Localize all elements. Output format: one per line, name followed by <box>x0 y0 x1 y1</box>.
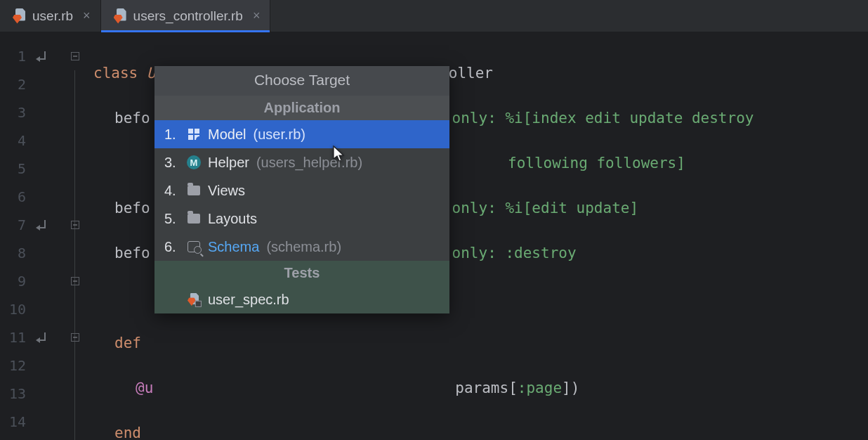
code-text: ]) <box>562 380 579 396</box>
line-number: 3 <box>18 98 26 127</box>
popup-item-label: Model <box>208 127 246 143</box>
popup-item-label: Schema <box>208 239 259 255</box>
popup-section-application: Application <box>154 96 449 120</box>
popup-item-hint: (users_helper.rb) <box>256 155 362 171</box>
popup-title: Choose Target <box>154 66 449 96</box>
folder-icon <box>187 212 201 226</box>
ruby-file-icon <box>188 293 200 306</box>
tab-label: users_controller.rb <box>133 8 243 24</box>
fold-toggle[interactable] <box>71 277 79 285</box>
fold-column <box>67 32 84 440</box>
ruby-file-icon <box>13 8 27 24</box>
editor-tabs: user.rb × users_controller.rb × <box>0 0 868 32</box>
line-number: 12 <box>9 351 26 380</box>
ivar: @u <box>136 380 153 396</box>
keyword: class <box>93 65 138 82</box>
tab-user-rb[interactable]: user.rb × <box>0 0 101 32</box>
popup-item-number: 1. <box>164 127 180 143</box>
popup-item-number: 6. <box>164 239 180 255</box>
folder-icon <box>187 183 201 198</box>
line-number: 4 <box>18 127 26 155</box>
tab-users-controller-rb[interactable]: users_controller.rb × <box>101 0 271 32</box>
line-number: 10 <box>9 295 26 323</box>
line-number: 14 <box>9 408 26 436</box>
goto-related-icon[interactable] <box>36 50 48 63</box>
choose-target-popup: Choose Target Application 1. Model (user… <box>154 66 449 313</box>
close-icon[interactable]: × <box>83 8 91 23</box>
symbol-array: %i[edit update] <box>505 200 638 216</box>
symbol: :destroy <box>505 245 576 261</box>
popup-item-label: user_spec.rb <box>208 292 289 308</box>
code-text: params[ <box>455 380 518 396</box>
symbol: only: <box>452 110 506 127</box>
line-number: 9 <box>18 267 26 295</box>
ruby-file-icon <box>114 8 128 24</box>
popup-item-label: Views <box>208 183 245 199</box>
popup-item-layouts[interactable]: 5. Layouts <box>154 205 449 233</box>
line-number: 5 <box>18 155 26 183</box>
line-number: 13 <box>9 380 26 408</box>
code-text: befo <box>114 245 150 261</box>
symbol-array: %i[index edit update destroy <box>505 110 754 127</box>
popup-item-user-spec[interactable]: user_spec.rb <box>154 285 449 313</box>
symbol: :page <box>518 380 562 396</box>
popup-section-tests: Tests <box>154 261 449 285</box>
line-number: 11 <box>9 323 26 351</box>
line-number: 1 <box>18 42 26 70</box>
fold-toggle[interactable] <box>71 52 79 60</box>
tab-label: user.rb <box>32 8 73 24</box>
close-icon[interactable]: × <box>253 8 261 23</box>
popup-item-number: 5. <box>164 211 180 227</box>
popup-item-views[interactable]: 4. Views <box>154 176 449 205</box>
popup-item-helper[interactable]: 3. M Helper (users_helper.rb) <box>154 148 449 176</box>
popup-item-schema[interactable]: 6. Schema (schema.rb) <box>154 233 449 261</box>
popup-item-number: 4. <box>164 183 180 199</box>
code-text: befo <box>114 200 150 216</box>
line-number: 8 <box>18 239 26 267</box>
helper-icon: M <box>187 155 201 169</box>
popup-item-number: 3. <box>164 155 180 171</box>
keyword: end <box>114 425 141 440</box>
goto-related-icon[interactable] <box>36 331 48 344</box>
line-number: 2 <box>18 70 26 98</box>
symbol: only: <box>452 200 506 216</box>
line-number: 7 <box>18 211 26 239</box>
popup-item-hint: (schema.rb) <box>266 239 341 255</box>
symbol-array: following followers] <box>508 155 685 172</box>
gutter: 1 2 3 4 5 6 7 8 9 10 11 12 13 14 <box>0 32 67 440</box>
symbol: only: <box>452 245 506 261</box>
keyword: def <box>114 335 141 351</box>
popup-item-label: Layouts <box>208 211 257 227</box>
line-number: 6 <box>18 183 26 211</box>
popup-item-hint: (user.rb) <box>253 127 305 143</box>
code-text: befo <box>114 110 150 127</box>
fold-toggle[interactable] <box>71 221 79 229</box>
popup-item-model[interactable]: 1. Model (user.rb) <box>154 120 449 148</box>
popup-item-label: Helper <box>208 155 249 171</box>
mouse-cursor <box>331 145 346 164</box>
model-icon <box>187 127 201 141</box>
schema-icon <box>187 240 201 254</box>
fold-toggle[interactable] <box>71 333 79 342</box>
goto-related-icon[interactable] <box>36 219 48 231</box>
